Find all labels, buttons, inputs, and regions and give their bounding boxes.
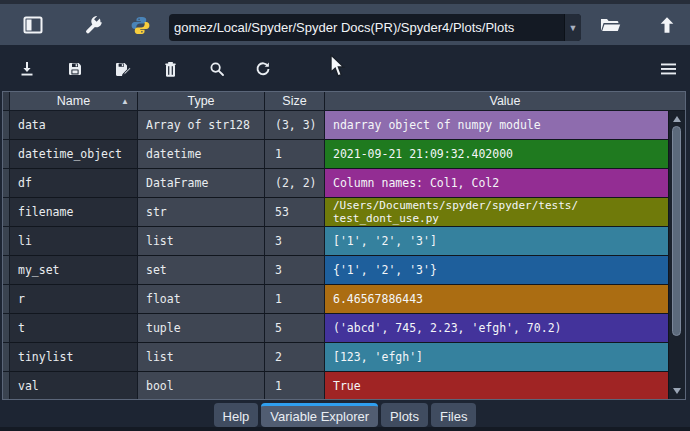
options-menu-button[interactable]	[655, 56, 681, 82]
cell-size[interactable]: 1	[265, 140, 325, 169]
table-row: filename str 53 /Users/Documents/spyder/…	[3, 198, 685, 227]
row-handle[interactable]	[3, 169, 10, 198]
tab-files[interactable]: Files	[431, 403, 476, 427]
cell-value[interactable]: 2021-09-21 21:09:32.402000	[325, 140, 685, 169]
cell-value[interactable]: ['1', '2', '3']	[325, 227, 685, 256]
row-handle[interactable]	[3, 343, 10, 372]
column-header-value[interactable]: Value	[325, 92, 685, 110]
cell-size[interactable]: 1	[265, 372, 325, 400]
cell-size[interactable]: 53	[265, 198, 325, 227]
cell-name[interactable]: li	[10, 227, 138, 256]
cell-size[interactable]: (3, 3)	[265, 111, 325, 140]
refresh-icon	[255, 61, 271, 77]
scrollbar-handle[interactable]	[672, 126, 681, 336]
cell-type[interactable]: datetime	[138, 140, 265, 169]
tools-button[interactable]	[79, 11, 107, 39]
remove-variable-button[interactable]	[157, 56, 183, 82]
tab-help[interactable]: Help	[214, 403, 259, 427]
cell-value[interactable]: 6.46567886443	[325, 285, 685, 314]
cell-name[interactable]: my_set	[10, 256, 138, 285]
cell-name[interactable]: r	[10, 285, 138, 314]
table-row: datetime_object datetime 1 2021-09-21 21…	[3, 140, 685, 169]
sort-ascending-icon: ▲	[121, 97, 129, 106]
column-header-name[interactable]: Name ▲	[10, 92, 138, 110]
cell-size[interactable]: 3	[265, 256, 325, 285]
cell-type[interactable]: str	[138, 198, 265, 227]
open-folder-icon	[599, 16, 621, 34]
search-variable-button[interactable]	[204, 56, 230, 82]
trash-icon	[163, 61, 178, 78]
row-handle[interactable]	[3, 372, 10, 400]
cell-value[interactable]: {'1', '2', '3'}	[325, 256, 685, 285]
cell-value[interactable]: Column names: Col1, Col2	[325, 169, 685, 198]
row-handle[interactable]	[3, 314, 10, 343]
working-directory-path[interactable]: gomez/Local/Spyder/Spyder Docs(PR)/Spyde…	[169, 20, 564, 35]
import-data-button[interactable]	[14, 56, 40, 82]
scroll-down-arrow-icon[interactable]	[673, 388, 681, 394]
cell-name[interactable]: val	[10, 372, 138, 400]
row-handle[interactable]	[3, 198, 10, 227]
hamburger-menu-icon	[661, 63, 676, 75]
cell-name[interactable]: filename	[10, 198, 138, 227]
table-corner	[3, 92, 10, 110]
cell-name[interactable]: t	[10, 314, 138, 343]
cell-name[interactable]: data	[10, 111, 138, 140]
column-header-size[interactable]: Size	[265, 92, 325, 110]
save-data-button[interactable]	[62, 56, 88, 82]
search-icon	[209, 61, 225, 77]
wrench-icon	[84, 16, 103, 35]
cell-type[interactable]: float	[138, 285, 265, 314]
go-up-directory-button[interactable]	[653, 11, 681, 39]
cell-size[interactable]: 2	[265, 343, 325, 372]
cell-name[interactable]: df	[10, 169, 138, 198]
panel-layout-icon	[23, 16, 43, 34]
cell-type[interactable]: bool	[138, 372, 265, 400]
chevron-down-icon[interactable]: ▼	[564, 14, 581, 41]
cell-type[interactable]: set	[138, 256, 265, 285]
cell-value[interactable]: ('abcd', 745, 2.23, 'efgh', 70.2)	[325, 314, 685, 343]
table-row: li list 3 ['1', '2', '3']	[3, 227, 685, 256]
browse-directory-button[interactable]	[596, 11, 624, 39]
cell-type[interactable]: Array of str128	[138, 111, 265, 140]
column-header-type[interactable]: Type	[138, 92, 265, 110]
row-handle[interactable]	[3, 140, 10, 169]
main-toolbar: gomez/Local/Spyder/Spyder Docs(PR)/Spyde…	[0, 4, 690, 46]
cell-name[interactable]: tinylist	[10, 343, 138, 372]
variable-explorer-toolbar	[0, 45, 690, 91]
scroll-up-arrow-icon[interactable]	[673, 116, 681, 122]
table-row: tinylist list 2 [123, 'efgh']	[3, 343, 685, 372]
import-data-icon	[19, 61, 35, 77]
save-icon	[67, 61, 83, 77]
cell-size[interactable]: 5	[265, 314, 325, 343]
cell-size[interactable]: 3	[265, 227, 325, 256]
cell-type[interactable]: list	[138, 227, 265, 256]
cell-size[interactable]: (2, 2)	[265, 169, 325, 198]
cell-value[interactable]: ndarray object of numpy module	[325, 111, 685, 140]
cell-value[interactable]: True	[325, 372, 685, 400]
vertical-scrollbar[interactable]	[668, 111, 685, 399]
table-row: t tuple 5 ('abcd', 745, 2.23, 'efgh', 70…	[3, 314, 685, 343]
row-handle[interactable]	[3, 256, 10, 285]
variable-table: Name ▲ Type Size Value data Array of str…	[2, 91, 686, 400]
python-interpreter-button[interactable]	[126, 11, 154, 39]
working-directory-combobox[interactable]: gomez/Local/Spyder/Spyder Docs(PR)/Spyde…	[169, 14, 581, 41]
python-logo-icon	[131, 16, 150, 35]
cell-type[interactable]: tuple	[138, 314, 265, 343]
cell-type[interactable]: DataFrame	[138, 169, 265, 198]
cell-name[interactable]: datetime_object	[10, 140, 138, 169]
refresh-variables-button[interactable]	[250, 56, 276, 82]
window-bottom-edge	[0, 427, 690, 431]
panel-layout-button[interactable]	[19, 11, 47, 39]
table-row: my_set set 3 {'1', '2', '3'}	[3, 256, 685, 285]
row-handle[interactable]	[3, 111, 10, 140]
row-handle[interactable]	[3, 285, 10, 314]
cell-value[interactable]: /Users/Documents/spyder/spyder/tests/ te…	[325, 198, 685, 227]
tab-plots[interactable]: Plots	[381, 403, 428, 427]
cell-value[interactable]: [123, 'efgh']	[325, 343, 685, 372]
row-handle[interactable]	[3, 227, 10, 256]
tab-variable-explorer[interactable]: Variable Explorer	[261, 403, 378, 427]
save-data-as-button[interactable]	[109, 56, 135, 82]
pane-tabbar: Help Variable Explorer Plots Files	[0, 403, 690, 427]
cell-size[interactable]: 1	[265, 285, 325, 314]
cell-type[interactable]: list	[138, 343, 265, 372]
